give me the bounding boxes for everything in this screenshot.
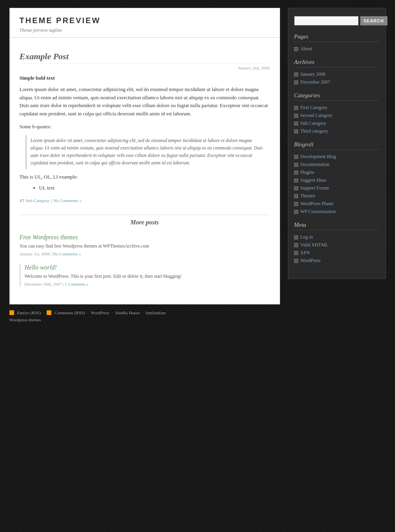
ul-item: UL text: [39, 184, 270, 192]
list-item: Sub Category: [294, 120, 380, 126]
sidebar-section-title-archives: Archives: [294, 59, 380, 67]
sidebar-link-themes[interactable]: Themes: [300, 193, 315, 199]
list-item: Log in: [294, 234, 380, 240]
post-blockquote: Lorem ipsum dolor sit amet, consectetur …: [25, 135, 270, 169]
footer-separator-2: ·: [87, 310, 88, 315]
more-post-comments-link-2[interactable]: 1 Comment »: [65, 282, 88, 286]
bold-heading: Simple bold text: [20, 74, 270, 82]
sidebar-link-dev-blog[interactable]: Development Blog: [300, 154, 336, 160]
search-button[interactable]: SEARCH: [360, 16, 388, 26]
sidebar-link-first-category[interactable]: First Category: [300, 105, 328, 111]
footer-link-shinra[interactable]: ShinRa House: [115, 310, 140, 315]
footer-wordpress-themes-link[interactable]: Wordpress themes: [9, 317, 41, 322]
sidebar-bullet-icon: [294, 129, 298, 133]
sidebar-section-title-meta: Meta: [294, 222, 380, 230]
sidebar-section-blogroll: Blogroll Development Blog Documentation …: [294, 141, 380, 215]
sidebar-bullet-icon: [294, 202, 298, 206]
sidebar-section-pages: Pages About: [294, 33, 380, 52]
sidebar-link-wordpress[interactable]: WordPress: [300, 258, 321, 264]
list-item: About: [294, 46, 380, 52]
post-content: Simple bold text Lorem ipsum dolor sit a…: [20, 74, 270, 192]
sidebar-section-categories: Categories First Category Second Categor…: [294, 92, 380, 134]
sidebar-bullet-icon: [294, 163, 298, 167]
footer-link-famfamfam[interactable]: famfamfam: [146, 310, 166, 315]
sidebar-search: SEARCH: [294, 16, 380, 26]
more-posts-section: More posts Free Wordpress themes You can…: [20, 215, 270, 286]
more-post-title-link-1[interactable]: Free Wordpress themes: [20, 234, 78, 240]
post-comments-link[interactable]: No Comments »: [53, 198, 82, 203]
more-post-date-2: December 26th, 2007 |: [25, 282, 64, 286]
sidebar-section-title-pages: Pages: [294, 33, 380, 42]
more-post-excerpt-2: Welcome to WordPress. This is your first…: [25, 273, 270, 279]
more-post-meta-2: December 26th, 2007 | 1 Comment »: [25, 282, 270, 286]
site-title: THEME PREVIEW: [20, 16, 270, 25]
sidebar-bullet-icon: [294, 251, 298, 255]
footer-separator-1: ·: [43, 310, 44, 315]
sidebar-section-title-categories: Categories: [294, 92, 380, 101]
tag-icon: 🏷: [20, 198, 24, 203]
site-tagline: Theme preview tagline: [20, 27, 270, 33]
sidebar-bullet-icon: [294, 259, 298, 263]
post-title-link[interactable]: Example Post: [20, 51, 69, 61]
sidebar-list-archives: January 2008 December 2007: [294, 71, 380, 85]
page-footer-wrapper: Entries (RSS) · Comments (RSS) · WordPre…: [9, 310, 386, 327]
sidebar-section-archives: Archives January 2008 December 2007: [294, 59, 380, 85]
sidebar-link-wp-planet[interactable]: WordPress Planet: [300, 201, 334, 207]
list-item: Support Forum: [294, 185, 380, 191]
post-date: January 2nd, 2008: [20, 64, 270, 70]
list-item: January 2008: [294, 71, 380, 77]
sidebar-link-documentation[interactable]: Documentation: [300, 162, 329, 168]
list-item: December 2007: [294, 79, 380, 85]
sidebar-bullet-icon: [294, 122, 298, 126]
sidebar-bullet-icon: [294, 179, 298, 182]
sidebar-list-pages: About: [294, 46, 380, 52]
more-post-item-2: Hello world! Welcome to WordPress. This …: [20, 264, 270, 286]
sidebar-link-valid-xhtml[interactable]: Valid XHTML: [300, 242, 328, 248]
bquotes-label: Some b-quotes:: [20, 123, 270, 131]
list-item: First Category: [294, 105, 380, 111]
post-category-link[interactable]: Sub Category: [26, 198, 49, 203]
more-post-title-2: Hello world!: [25, 264, 270, 271]
sidebar-link-jan2008[interactable]: January 2008: [300, 71, 326, 77]
sidebar: SEARCH Pages About Archives January 2008: [288, 8, 386, 279]
sidebar-link-xfn[interactable]: XFN: [300, 250, 310, 256]
sidebar-link-about[interactable]: About: [300, 46, 312, 52]
rss-icon-1: [9, 310, 14, 315]
sidebar-link-plugins[interactable]: Plugins: [300, 169, 315, 175]
more-post-title-link-2[interactable]: Hello world!: [25, 264, 57, 271]
list-item: WordPress: [294, 258, 380, 264]
sidebar-bullet-icon: [294, 106, 298, 110]
sidebar-bullet-icon: [294, 243, 298, 247]
list-item: Second Category: [294, 113, 380, 118]
sidebar-section-title-blogroll: Blogroll: [294, 141, 380, 150]
sidebar-link-wp-customization[interactable]: WP Customization: [300, 209, 336, 215]
sidebar-bullet-icon: [294, 194, 298, 198]
list-item: WordPress Planet: [294, 201, 380, 207]
footer-link-wordpress[interactable]: WordPress: [91, 310, 109, 315]
sidebar-link-second-category[interactable]: Second Category: [300, 113, 333, 118]
more-post-excerpt-1: You can easy find free Wordpress themes …: [20, 243, 270, 249]
post-body-paragraph: Lorem ipsum dolor sit amet, consectetur …: [20, 86, 270, 118]
post-title: Example Post: [20, 51, 270, 62]
sidebar-bullet-icon: [294, 73, 298, 77]
list-item: Third category: [294, 128, 380, 134]
sidebar-bullet-icon: [294, 47, 298, 51]
footer-separator-3: ·: [112, 310, 113, 315]
sidebar-link-login[interactable]: Log in: [300, 234, 313, 240]
post-footer: 🏷 Sub Category | No Comments »: [20, 198, 270, 203]
sidebar-link-sub-category[interactable]: Sub Category: [300, 120, 326, 126]
more-post-comments-link-1[interactable]: No Comments »: [53, 251, 81, 256]
more-post-date-1: January 1st, 2008 |: [20, 251, 52, 256]
footer-link-entries-rss[interactable]: Entries (RSS): [17, 310, 41, 315]
sidebar-list-blogroll: Development Blog Documentation Plugins S…: [294, 154, 380, 215]
sidebar-link-suggest-ideas[interactable]: Suggest Ideas: [300, 177, 326, 183]
footer-link-comments-rss[interactable]: Comments (RSS): [55, 310, 85, 315]
sidebar-link-third-category[interactable]: Third category: [300, 128, 328, 134]
list-item: Documentation: [294, 162, 380, 168]
search-input[interactable]: [294, 16, 359, 26]
sidebar-bullet-icon: [294, 186, 298, 190]
sidebar-link-dec2007[interactable]: December 2007: [300, 79, 330, 85]
sidebar-bullet-icon: [294, 155, 298, 159]
sidebar-link-support-forum[interactable]: Support Forum: [300, 185, 329, 191]
ul-ol-label: This is UL, OL, LI example:: [20, 173, 270, 181]
